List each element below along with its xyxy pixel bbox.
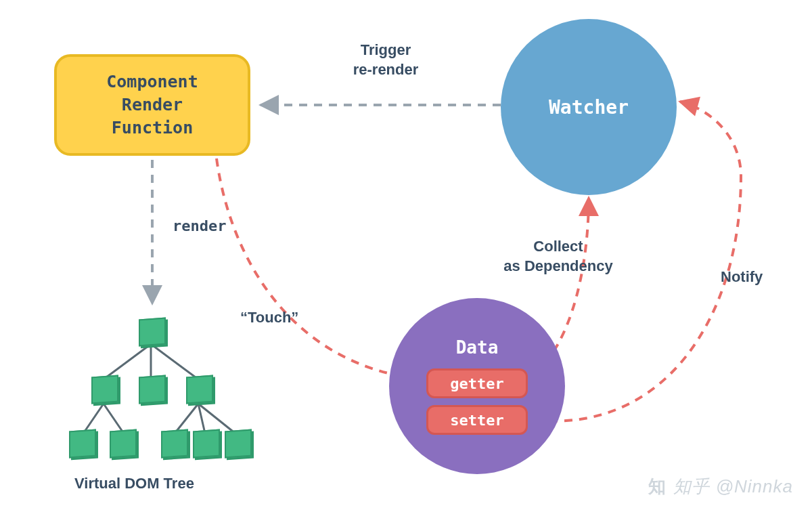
tree-node [161, 429, 188, 459]
tree-node [186, 375, 213, 404]
setter-pill: setter [426, 405, 528, 435]
tree-node [110, 429, 137, 459]
tree-node [193, 429, 220, 459]
watcher-label: Watcher [549, 96, 629, 119]
component-render-function-box: Component Render Function [54, 54, 250, 156]
tree-node [91, 375, 118, 404]
getter-label: getter [450, 375, 503, 392]
diagram-stage: Component Render Function Watcher Data g… [0, 0, 812, 508]
watcher-circle: Watcher [501, 19, 677, 195]
label-trigger-rerender: Trigger re-render [318, 41, 453, 79]
tree-node [139, 318, 166, 347]
tree-node [69, 429, 96, 459]
getter-pill: getter [426, 368, 528, 398]
virtual-dom-tree [61, 312, 250, 467]
watermark: 知 知乎 @Ninnka [648, 475, 793, 499]
tree-node [139, 375, 166, 404]
zhihu-icon: 知 [648, 475, 667, 499]
setter-label: setter [450, 412, 503, 429]
label-virtual-dom-tree: Virtual DOM Tree [74, 474, 194, 494]
label-render: render [173, 217, 226, 236]
watermark-text: 知乎 @Ninnka [673, 475, 793, 499]
component-render-function-label: Component Render Function [106, 70, 198, 139]
label-notify: Notify [721, 268, 763, 287]
data-title: Data [456, 337, 499, 358]
data-circle: Data getter setter [389, 298, 565, 474]
tree-node [225, 429, 252, 459]
label-collect-dependency: Collect as Dependency [494, 237, 623, 276]
